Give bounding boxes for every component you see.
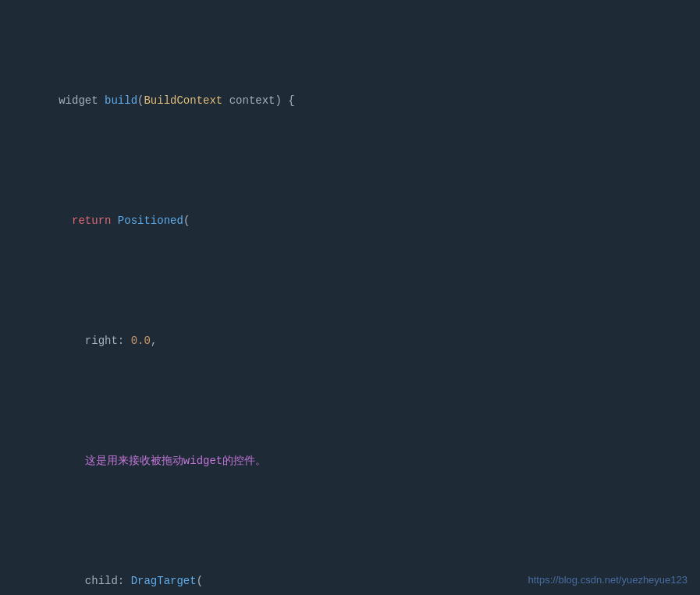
code-line-2: return Positioned( xyxy=(0,195,700,246)
code-line-4: 这是用来接收被拖动widget的控件。 xyxy=(0,435,700,487)
code-line-1: widget build(BuildContext context) { xyxy=(0,75,700,126)
code-editor: widget build(BuildContext context) { ret… xyxy=(0,0,700,595)
code-content: widget build(BuildContext context) { ret… xyxy=(0,0,700,595)
code-line-3: right: 0.0, xyxy=(0,315,700,367)
watermark: https://blog.csdn.net/yuezheyue123 xyxy=(528,574,688,586)
